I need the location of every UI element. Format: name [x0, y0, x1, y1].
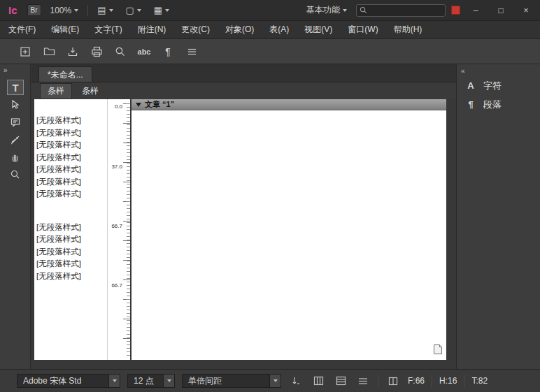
- incopy-logo: Ic: [4, 4, 22, 16]
- paragraph-style-row[interactable]: [无段落样式]: [34, 115, 107, 127]
- copyfit-info-icon: [385, 374, 401, 388]
- editor-panels: [无段落样式] [无段落样式] [无段落样式] [无段落样式] [无段落样式] …: [34, 99, 446, 360]
- divider: [378, 375, 378, 387]
- paragraph-style-row[interactable]: [无段落样式]: [34, 222, 107, 234]
- document-tab[interactable]: *未命名...: [38, 66, 92, 82]
- menu-type[interactable]: 文字(T): [94, 24, 122, 36]
- baseline-shift-button[interactable]: [288, 374, 304, 388]
- paragraph-panel-icon: ¶: [465, 99, 476, 110]
- paragraph-panel-label: 段落: [483, 99, 502, 111]
- menu-table[interactable]: 表(A): [269, 24, 289, 36]
- character-panel-icon: A: [465, 80, 476, 91]
- book-icon: [388, 377, 398, 386]
- ruler-mark: 66.7: [111, 223, 122, 229]
- paragraph-style-row[interactable]: [无段落样式]: [34, 233, 107, 246]
- hand-tool[interactable]: [7, 150, 24, 165]
- font-family-value: Adobe 宋体 Std: [17, 375, 108, 387]
- printer-icon: [91, 46, 103, 57]
- paragraph-style-row[interactable]: [无段落样式]: [34, 139, 107, 152]
- story-editor[interactable]: 文章 “1”: [132, 99, 446, 360]
- galley-marks-button[interactable]: [311, 374, 326, 388]
- story-title: 文章 “1”: [145, 99, 174, 110]
- hamburger-icon: [187, 48, 197, 56]
- show-hidden-characters-button[interactable]: ¶: [158, 43, 178, 61]
- collapse-dock-icon[interactable]: «: [457, 64, 540, 76]
- columns-icon: [313, 376, 324, 386]
- close-button[interactable]: ×: [516, 3, 536, 18]
- workspace: » T: [0, 64, 540, 369]
- incopy-window: Ic Br 100% ▤ ▢ ▦ 基本功能 – □ ×: [0, 0, 540, 392]
- search-button[interactable]: [111, 43, 130, 61]
- paragraph-style-row[interactable]: [无段落样式]: [34, 127, 107, 140]
- search-box[interactable]: [356, 4, 446, 17]
- type-tool[interactable]: T: [7, 80, 24, 95]
- minimize-button[interactable]: –: [466, 3, 485, 18]
- menu-window[interactable]: 窗口(W): [348, 24, 378, 36]
- toolbar-menu-button[interactable]: [182, 43, 201, 61]
- story-header-bar[interactable]: 文章 “1”: [132, 99, 446, 110]
- statusbar-menu-button[interactable]: [355, 374, 371, 388]
- maximize-button[interactable]: □: [491, 3, 511, 18]
- menu-edit[interactable]: 编辑(E): [51, 24, 79, 36]
- arrange-documents-dropdown[interactable]: ▦: [150, 3, 173, 17]
- character-panel-button[interactable]: A 字符: [457, 76, 540, 95]
- paragraph-style-row[interactable]: [无段落样式]: [34, 188, 107, 201]
- open-folder-icon: [43, 46, 55, 57]
- pilcrow-icon: ¶: [165, 46, 171, 57]
- info-column-button[interactable]: [333, 374, 348, 388]
- chevron-down-icon: [343, 9, 347, 12]
- document-tab-bar: *未命名...: [31, 64, 456, 82]
- workspace-switcher-dropdown[interactable]: 基本功能: [303, 3, 350, 17]
- menu-object[interactable]: 对象(O): [225, 24, 254, 36]
- line-spacing-select[interactable]: 单倍间距: [182, 374, 281, 388]
- toolbar: abc ¶: [0, 39, 540, 64]
- new-document-button[interactable]: [15, 43, 35, 61]
- divider: [464, 375, 464, 387]
- menu-notes[interactable]: 附注(N): [138, 24, 166, 36]
- lines-counter: F:66: [408, 376, 425, 386]
- menu-view[interactable]: 视图(V): [304, 24, 332, 36]
- paragraph-style-row[interactable]: [无段落样式]: [34, 258, 107, 270]
- menu-help[interactable]: 帮助(H): [394, 24, 422, 36]
- tools-list: T: [0, 80, 31, 182]
- page-curl-icon: [433, 344, 443, 357]
- print-button[interactable]: [87, 43, 106, 61]
- paragraph-style-row[interactable]: [无段落样式]: [34, 164, 107, 176]
- zoom-dropdown[interactable]: 100%: [47, 4, 83, 17]
- screen-mode-dropdown[interactable]: ▢: [122, 3, 145, 17]
- view-tab-story[interactable]: 条样: [75, 84, 106, 99]
- paragraph-style-column: [无段落样式] [无段落样式] [无段落样式] [无段落样式] [无段落样式] …: [34, 99, 107, 360]
- galley-info-panel: [无段落样式] [无段落样式] [无段落样式] [无段落样式] [无段落样式] …: [34, 99, 130, 360]
- font-family-select[interactable]: Adobe 宋体 Std: [17, 374, 120, 388]
- eyedropper-tool[interactable]: [7, 132, 24, 147]
- view-options-dropdown[interactable]: ▤: [94, 3, 116, 17]
- open-button[interactable]: [39, 43, 59, 61]
- expand-panel-icon[interactable]: »: [3, 66, 8, 74]
- menu-changes[interactable]: 更改(C): [181, 24, 210, 36]
- paragraph-style-row[interactable]: [无段落样式]: [34, 152, 107, 164]
- collapse-triangle-icon[interactable]: [136, 103, 141, 107]
- document-area: *未命名... 条样 条样 [无段落样式] [无段落样式] [无段落样式] [无…: [31, 64, 456, 369]
- note-tool[interactable]: [7, 115, 24, 130]
- save-button[interactable]: [63, 43, 83, 61]
- view-tab-galley[interactable]: 条样: [40, 83, 72, 99]
- save-icon: [67, 46, 78, 57]
- rows-icon: [336, 376, 346, 386]
- position-tool[interactable]: [7, 97, 24, 112]
- bridge-button[interactable]: Br: [27, 4, 41, 16]
- search-input[interactable]: [370, 6, 442, 15]
- paragraph-style-row[interactable]: [无段落样式]: [34, 246, 107, 259]
- paragraph-style-row[interactable]: [无段落样式]: [34, 176, 107, 189]
- font-size-select[interactable]: 12 点: [127, 374, 175, 388]
- paragraph-panel-button[interactable]: ¶ 段落: [457, 95, 540, 114]
- ruler-minor-ticks: [127, 103, 130, 356]
- view-options-icon: ▤: [97, 5, 106, 15]
- spellcheck-icon: abc: [138, 48, 151, 56]
- zoom-tool-icon: [10, 169, 21, 180]
- zoom-tool[interactable]: [7, 167, 24, 182]
- line-spacing-value: 单倍间距: [183, 375, 269, 387]
- paragraph-style-row[interactable]: [无段落样式]: [34, 270, 107, 283]
- spellcheck-button[interactable]: abc: [134, 43, 154, 61]
- hamburger-icon: [358, 377, 368, 385]
- menu-file[interactable]: 文件(F): [8, 24, 36, 36]
